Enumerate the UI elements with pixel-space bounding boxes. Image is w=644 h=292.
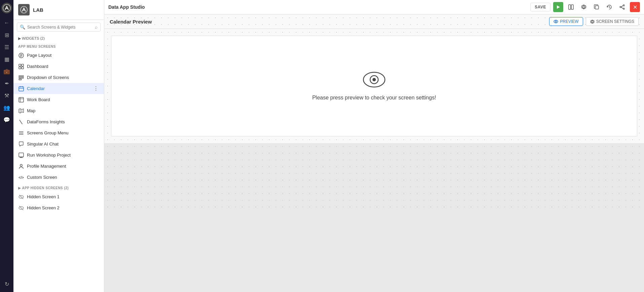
screen-item-dataforms-insights[interactable]: DataForms Insights ⋮ [13, 116, 104, 127]
dataforms-insights-icon [18, 119, 24, 125]
screen-item-hidden-screen-2[interactable]: Hidden Screen 2 ⋮ [13, 202, 104, 213]
svg-rect-39 [595, 6, 599, 9]
svg-rect-7 [19, 67, 21, 69]
canvas-screen-title: Calendar Preview [110, 19, 152, 25]
screen-item-singular-ai-chat[interactable]: Singular AI Chat ⋮ [13, 138, 104, 150]
svg-rect-36 [569, 5, 571, 9]
svg-rect-11 [19, 79, 22, 80]
svg-rect-37 [571, 5, 573, 9]
screen-preview-box: Please press preview to check your scree… [111, 36, 637, 136]
calendar-icon [18, 86, 24, 92]
screen-item-screens-group-menu[interactable]: Screens Group Menu ⋮ [13, 127, 104, 138]
dashboard-label: Dashboard [27, 64, 90, 69]
run-workshop-project-icon [18, 152, 24, 158]
rail-refresh-icon[interactable]: ↻ [1, 279, 12, 289]
screen-settings-btn-label: SCREEN SETTINGS [596, 19, 634, 24]
work-board-icon [18, 97, 24, 103]
svg-line-41 [609, 7, 610, 8]
rail-people-icon[interactable]: 👥 [1, 102, 12, 113]
screen-item-work-board[interactable]: Work Board ⋮ [13, 94, 104, 105]
dashboard-icon [18, 64, 24, 70]
screen-settings-button[interactable]: SCREEN SETTINGS [586, 17, 639, 26]
svg-point-44 [620, 6, 621, 8]
screen-item-run-workshop-project[interactable]: Run Workshop Project ⋮ [13, 150, 104, 161]
sidebar-header: LAB [13, 0, 104, 20]
sidebar-logo [18, 4, 30, 15]
run-workshop-project-label: Run Workshop Project [27, 153, 90, 158]
icon-rail: ← ⊞ ☰ ▦ 💼 ✒ ⚒ 👥 💬 ↻ [0, 0, 13, 292]
custom-screen-label: Custom Screen [27, 175, 90, 180]
search-input[interactable] [27, 25, 93, 30]
close-button[interactable]: ✕ [630, 2, 640, 12]
sidebar-app-name: LAB [33, 7, 43, 13]
history-button[interactable] [604, 2, 614, 12]
screen-item-dropdown-screens[interactable]: Dropdown of Screens ⋮ [13, 72, 104, 83]
hidden-screen-2-icon [18, 205, 24, 211]
app-title: Data App Studio [108, 4, 528, 10]
eye-icon [362, 71, 386, 88]
profile-management-label: Profile Management [27, 164, 90, 169]
widgets-section-toggle[interactable]: ▶ WIDGETS (2) [13, 34, 104, 42]
page-layout-label: Page Layout [27, 53, 90, 58]
canvas-container: Calendar Preview PREVIEW SCREEN SETTINGS [104, 14, 644, 292]
sidebar: LAB 🔍 ⌕ ▶ WIDGETS (2) APP MENU SCREENS P… [13, 0, 104, 292]
svg-point-38 [583, 6, 585, 8]
svg-point-45 [554, 20, 558, 23]
screen-item-custom-screen[interactable]: </> Custom Screen ⋮ [13, 172, 104, 183]
preview-hint-text: Please press preview to check your scree… [312, 95, 436, 101]
rail-grid-icon[interactable]: ⊞ [1, 30, 12, 40]
rail-tools-icon[interactable]: ⚒ [1, 90, 12, 101]
play-button[interactable] [553, 2, 563, 12]
screen-item-hidden-screen-1[interactable]: Hidden Screen 1 ⋮ [13, 191, 104, 202]
page-layout-icon [18, 52, 24, 58]
calendar-more-btn[interactable]: ⋮ [93, 85, 99, 92]
dropdown-screens-label: Dropdown of Screens [27, 75, 90, 80]
hidden-screen-1-label: Hidden Screen 1 [27, 194, 90, 199]
canvas-header: Calendar Preview PREVIEW SCREEN SETTINGS [104, 14, 644, 29]
dataforms-insights-label: DataForms Insights [27, 119, 90, 124]
map-label: Map [27, 108, 90, 113]
svg-rect-12 [19, 87, 24, 91]
app-logo [1, 3, 12, 13]
save-button[interactable]: SAVE [530, 3, 550, 11]
search-submit-icon: ⌕ [95, 25, 98, 30]
screen-item-dashboard[interactable]: Dashboard ⋮ [13, 61, 104, 72]
hidden-screen-1-icon [18, 194, 24, 200]
calendar-label: Calendar [27, 86, 90, 91]
svg-rect-10 [19, 77, 24, 78]
rail-pen-icon[interactable]: ✒ [1, 78, 12, 89]
screen-item-profile-management[interactable]: Profile Management ⋮ [13, 161, 104, 172]
custom-screen-icon: </> [18, 174, 24, 180]
dropdown-screens-icon [18, 75, 24, 81]
search-icon: 🔍 [20, 25, 25, 30]
svg-point-43 [623, 8, 624, 9]
svg-rect-6 [22, 64, 24, 66]
rail-briefcase-icon[interactable]: 💼 [1, 66, 12, 77]
rail-back-icon[interactable]: ← [1, 17, 12, 28]
layout-toggle-button[interactable] [566, 2, 576, 12]
preview-btn-label: PREVIEW [560, 19, 578, 24]
search-box[interactable]: 🔍 ⌕ [17, 23, 101, 32]
rail-list-icon[interactable]: ☰ [1, 42, 12, 52]
svg-rect-16 [19, 97, 24, 102]
rail-speech-icon[interactable]: 💬 [1, 114, 12, 125]
screen-item-calendar[interactable]: Calendar ⋮ [13, 83, 104, 94]
rail-table-icon[interactable]: ▦ [1, 54, 12, 65]
preview-button[interactable]: PREVIEW [549, 17, 583, 26]
main-area: Data App Studio SAVE ✕ Calendar Preview [104, 0, 644, 292]
singular-ai-chat-label: Singular AI Chat [27, 141, 90, 147]
screen-item-map[interactable]: Map ⋮ [13, 105, 104, 116]
svg-rect-25 [19, 153, 24, 157]
canvas-bottom-area [104, 143, 644, 210]
screens-group-menu-label: Screens Group Menu [27, 130, 90, 135]
share-button[interactable] [617, 2, 627, 12]
hidden-screens-toggle[interactable]: ▶ APP HIDDEN SCREENS (2) [13, 183, 104, 191]
svg-rect-5 [19, 64, 21, 66]
copy-button[interactable] [592, 2, 602, 12]
work-board-label: Work Board [27, 97, 90, 102]
screen-item-page-layout[interactable]: Page Layout ⋮ [13, 50, 104, 61]
app-menu-section-label: APP MENU SCREENS [13, 42, 104, 50]
hidden-screen-2-label: Hidden Screen 2 [27, 205, 90, 210]
svg-marker-35 [557, 5, 560, 9]
settings-gear-button[interactable] [579, 2, 589, 12]
